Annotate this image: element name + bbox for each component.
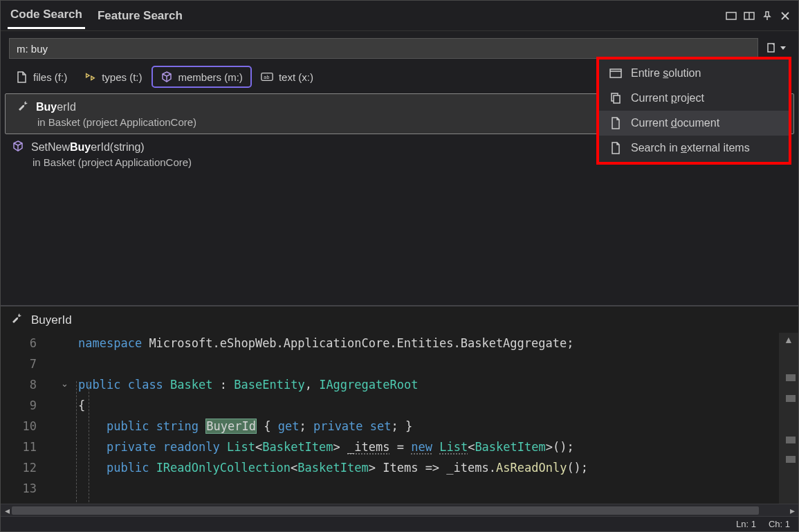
scrollbar-thumb[interactable] [12,506,759,515]
scope-external-items[interactable]: Search in external items [599,136,789,160]
text-icon: ab [261,71,273,83]
member-icon [160,71,173,83]
svg-rect-5 [768,44,774,52]
filter-members[interactable]: members (m:) [151,66,252,88]
close-icon[interactable] [779,10,791,22]
svg-line-7 [167,74,171,76]
horizontal-scrollbar[interactable]: ◂ ▸ [1,504,798,516]
fold-chevron-icon[interactable]: ⌄ [61,378,68,389]
svg-rect-0 [726,12,736,19]
minimap[interactable]: ▲ [779,333,798,516]
svg-rect-14 [610,69,621,77]
filter-label: types (t:) [102,71,142,83]
status-char: Ch: 1 [769,519,790,529]
filter-types[interactable]: types (t:) [76,67,149,86]
wrench-icon [10,312,23,328]
filter-label: text (x:) [279,71,313,83]
filter-label: members (m:) [178,71,243,83]
svg-line-11 [14,143,18,145]
filter-label: files (f:) [33,71,67,83]
result-title: BuyerId [36,101,76,113]
code-editor[interactable]: 6 7 8 9 10 11 12 13 14 ⌄ namespace Micro… [1,333,778,516]
file-icon [15,71,28,83]
doc-icon [609,141,623,155]
tab-feature-search[interactable]: Feature Search [95,3,185,28]
scope-label: Current project [631,92,704,104]
svg-line-12 [18,143,22,145]
search-row [9,38,790,59]
cube-icon [12,140,24,155]
svg-text:ab: ab [264,74,270,80]
tabs: Code Search Feature Search [8,1,185,30]
filter-files[interactable]: files (f:) [8,67,75,86]
filter-text[interactable]: ab text (x:) [253,67,321,86]
scope-current-project[interactable]: Current project [599,86,789,111]
code-lines: namespace Microsoft.eShopWeb.Application… [49,333,588,516]
copy-icon [609,91,623,105]
scroll-up-icon[interactable]: ▲ [784,334,793,345]
preview-header: BuyerId [1,306,798,332]
dock-single-icon[interactable] [725,10,737,22]
preview-panel: BuyerId 6 7 8 9 10 11 12 13 14 ⌄ namespa… [1,305,798,516]
result-title: SetNewBuyerId(string) [31,141,145,154]
line-numbers: 6 7 8 9 10 11 12 13 14 [1,333,49,516]
doc-icon [609,116,623,130]
status-line: Ln: 1 [736,519,756,529]
pin-icon[interactable] [761,10,773,22]
scope-current-document[interactable]: Current document [599,111,789,136]
svg-line-6 [163,74,167,76]
preview-title: BuyerId [31,313,72,327]
scope-popup: Entire solution Current project Current … [596,57,791,165]
tab-code-search[interactable]: Code Search [8,2,85,29]
scope-label: Search in external items [631,142,750,154]
types-icon [84,71,96,83]
window-icon [609,66,623,80]
wrench-icon [17,100,29,115]
search-input[interactable] [9,38,758,59]
search-scope-button[interactable] [762,39,790,57]
scope-label: Entire solution [631,67,701,80]
scroll-right-icon[interactable]: ▸ [787,506,797,515]
scroll-left-icon[interactable]: ◂ [2,506,12,515]
dock-split-icon[interactable] [743,10,755,22]
statusbar: Ln: 1 Ch: 1 [1,516,798,531]
header: Code Search Feature Search [1,1,798,31]
scope-label: Current document [631,117,719,129]
scope-entire-solution[interactable]: Entire solution [599,61,789,86]
svg-rect-17 [614,95,620,103]
window-controls [725,10,791,22]
